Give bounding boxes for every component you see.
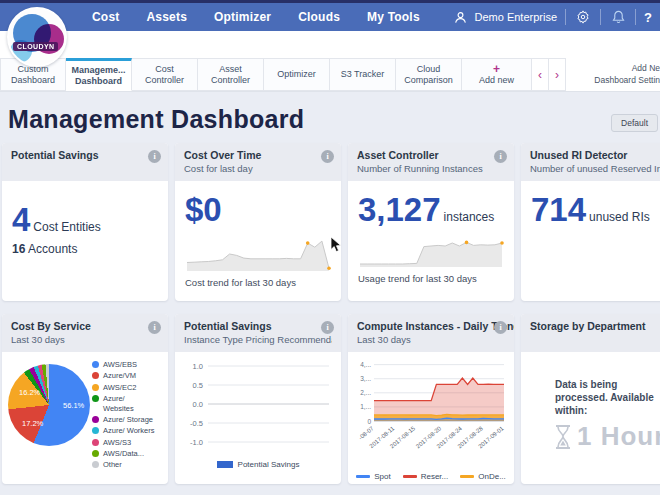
top-navbar: CLOUDYN CostAssetsOptimizerCloudsMy Tool…	[0, 3, 660, 31]
main-menu: CostAssetsOptimizerCloudsMy Tools	[92, 10, 420, 24]
card-title: Cost Over Time	[184, 149, 332, 161]
next-tab-arrow[interactable]: ›	[549, 58, 566, 91]
legend-item: Azure/VM	[92, 371, 155, 380]
divider	[635, 9, 636, 25]
default-button[interactable]: Default	[611, 114, 658, 132]
info-icon[interactable]: i	[494, 321, 507, 334]
tab-cost-controller[interactable]: CostController	[132, 58, 198, 91]
compute-instances-chart[interactable]: 01,...2,...3,...4,...-08-072017-08-11201…	[351, 354, 511, 468]
prev-tab-arrow[interactable]: ‹	[532, 58, 549, 91]
card-title: Compute Instances - Daily Trend	[357, 320, 505, 332]
legend-item: AWS/Data...	[92, 449, 155, 458]
info-icon[interactable]: i	[494, 150, 507, 163]
legend-item: AWS/EBS	[92, 360, 155, 369]
info-icon[interactable]: i	[148, 150, 161, 163]
svg-text:0: 0	[367, 418, 371, 425]
card-cost-over-time: Cost Over Time Cost for last day i $0 Co…	[175, 143, 341, 301]
hourglass-icon	[553, 424, 573, 450]
card-compute-instances: Compute Instances - Daily Trend Last 30 …	[348, 314, 514, 484]
card-title: Potential Savings	[184, 320, 332, 332]
legend-item: AWS/S3	[92, 438, 155, 447]
cost-entities-value: 4	[12, 203, 30, 236]
logo-wordmark: CLOUDYN	[13, 42, 58, 51]
cloudyn-logo[interactable]: CLOUDYN	[7, 7, 67, 67]
nav-item-assets[interactable]: Assets	[146, 10, 187, 24]
svg-text:4,...: 4,...	[360, 361, 371, 368]
tab-add-new[interactable]: +Add new	[462, 58, 532, 91]
legend-item: Other	[92, 460, 155, 469]
tab-manageme-dashboard[interactable]: Manageme...Dashboard	[66, 58, 132, 91]
divider	[600, 9, 601, 25]
card-subtitle: Last 30 days	[11, 334, 159, 345]
instances-value: 3,127	[358, 193, 441, 226]
legend-item: Azure/ Storage	[92, 415, 155, 424]
svg-text:0.0: 0.0	[193, 400, 203, 409]
info-icon[interactable]: i	[321, 321, 334, 334]
card-subtitle: Instance Type Pricing Recommendations	[184, 334, 332, 345]
availability-value: 1 Hour	[577, 421, 660, 452]
svg-text:1,...: 1,...	[360, 403, 371, 410]
usage-trend-sparkline	[358, 232, 506, 270]
potential-savings-chart: 1.00.50.0-0.5-1.0	[181, 356, 333, 454]
info-icon[interactable]: i	[321, 150, 334, 163]
nav-item-cost[interactable]: Cost	[92, 10, 119, 24]
card-subtitle: Number of unused Reserved Instances	[530, 163, 660, 174]
card-potential-savings-kpi: Potential Savings i 4 Cost Entities 16 A…	[2, 143, 168, 301]
legend-item: Azure/ Websites	[92, 394, 155, 413]
svg-text:1.0: 1.0	[193, 362, 203, 371]
dashboard-settings-link[interactable]: Dashboard Settin	[574, 74, 660, 87]
cost-value: $0	[185, 193, 222, 226]
user-icon	[452, 8, 470, 26]
svg-text:0.5: 0.5	[193, 381, 203, 390]
svg-text:2,...: 2,...	[360, 389, 371, 396]
legend-label: Potential Savings	[238, 460, 300, 469]
usage-trend-caption: Usage trend for last 30 days	[358, 273, 504, 284]
svg-text:3,...: 3,...	[360, 375, 371, 382]
pie-slice-label: 16.2%	[19, 388, 40, 397]
card-cost-by-service: Cost By Service Last 30 days i 56.1% 17.…	[2, 314, 168, 484]
tab-optimizer[interactable]: Optimizer	[264, 58, 330, 91]
tab-cloud-comparison[interactable]: CloudComparison	[396, 58, 462, 91]
settings-gear-icon[interactable]	[574, 8, 592, 26]
legend-swatch	[217, 461, 233, 468]
tab-s3-tracker[interactable]: S3 Tracker	[330, 58, 396, 91]
add-new-link[interactable]: Add Ne	[574, 62, 660, 75]
card-subtitle: Number of Running Instances	[357, 163, 505, 174]
svg-text:-0.5: -0.5	[190, 419, 203, 428]
card-title: Storage by Department	[530, 320, 660, 332]
card-title: Potential Savings	[11, 149, 159, 161]
nav-item-my-tools[interactable]: My Tools	[367, 10, 420, 24]
divider	[565, 9, 566, 25]
processing-message: Data is being processed. Available withi…	[555, 378, 660, 417]
pie-slice-label: 56.1%	[63, 401, 84, 410]
card-unused-ri-detector: Unused RI Detector Number of unused Rese…	[521, 143, 660, 301]
legend-item: Spot	[356, 472, 390, 481]
accounts-value: 16	[12, 242, 25, 256]
account-name: Demo Enterprise	[475, 11, 558, 23]
pie-slice-label: 17.2%	[22, 419, 43, 428]
card-title: Unused RI Detector	[530, 149, 660, 161]
nav-item-optimizer[interactable]: Optimizer	[214, 10, 271, 24]
card-subtitle: Cost for last day	[184, 163, 332, 174]
unused-ri-value: 714	[531, 193, 586, 226]
legend-item: Reser...	[403, 472, 449, 481]
card-title: Asset Controller	[357, 149, 505, 161]
info-icon[interactable]: i	[148, 321, 161, 334]
svg-text:-1.0: -1.0	[190, 438, 203, 447]
account-menu[interactable]: Demo Enterprise	[452, 8, 558, 26]
card-storage-by-department: Storage by Department i Data is being pr…	[521, 314, 660, 484]
pie-legend: AWS/EBSAzure/VMAWS/EC2Azure/ WebsitesAzu…	[92, 360, 155, 472]
card-title: Cost By Service	[11, 320, 159, 332]
legend-item: AWS/EC2	[92, 383, 155, 392]
nav-item-clouds[interactable]: Clouds	[298, 10, 340, 24]
legend-item: Azure/ Workers	[92, 426, 155, 435]
card-potential-savings-chart: Potential Savings Instance Type Pricing …	[175, 314, 341, 484]
help-button[interactable]: ?	[644, 10, 652, 25]
card-asset-controller: Asset Controller Number of Running Insta…	[348, 143, 514, 301]
compute-legend: SpotReser...OnDe...	[351, 472, 511, 481]
dashboard-grid: Potential Savings i 4 Cost Entities 16 A…	[0, 143, 660, 484]
tab-asset-controller[interactable]: AssetController	[198, 58, 264, 91]
accounts-label: Accounts	[28, 242, 77, 256]
card-subtitle: Last 30 days	[357, 334, 505, 345]
notifications-bell-icon[interactable]	[609, 8, 627, 26]
